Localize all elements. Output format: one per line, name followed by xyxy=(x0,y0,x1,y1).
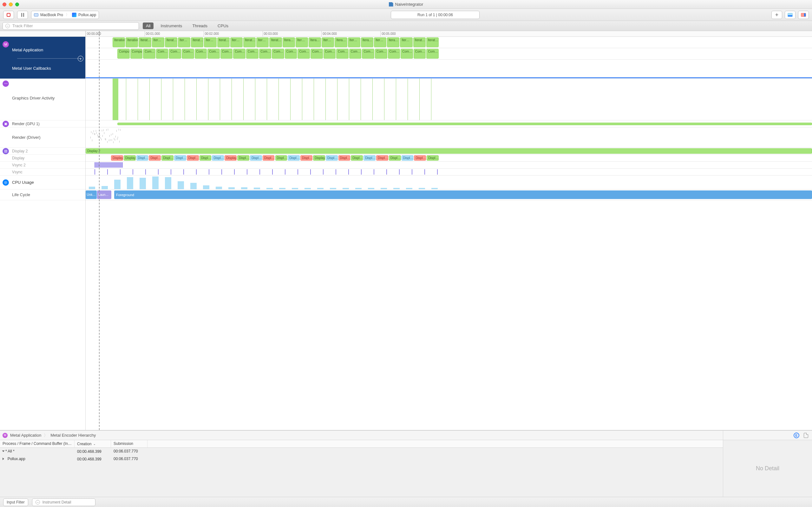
timeline-segment[interactable]: Itera… xyxy=(283,38,295,47)
timeline-segment[interactable]: Com… xyxy=(298,49,310,59)
timeline-segment[interactable]: Displ… xyxy=(389,155,401,161)
detail-breadcrumb[interactable]: M Metal Application 〉 Metal Encoder Hier… xyxy=(0,431,723,440)
zoom-icon[interactable] xyxy=(15,3,19,6)
table-row[interactable]: * All *00:00.468.39900:06.037.770 xyxy=(0,448,723,455)
timeline-segment[interactable]: Display xyxy=(111,155,123,161)
sidebar-cpu[interactable]: ◎ CPU Usage xyxy=(0,176,85,189)
timeline-segment[interactable]: Display xyxy=(224,155,237,161)
timeline-segment[interactable]: Iterat… xyxy=(413,38,426,47)
sidebar-render-gpu[interactable]: ▣ Render (GPU 1) xyxy=(0,120,85,127)
timeline-segment[interactable]: Displ… xyxy=(351,155,363,161)
timeline-segment[interactable]: Com… xyxy=(156,49,168,59)
add-subtrack-button[interactable]: + xyxy=(78,56,84,61)
sidebar-display2[interactable]: ▧ Display 2 xyxy=(0,148,85,155)
sidebar-life-cycle[interactable]: Life Cycle xyxy=(0,189,85,200)
sidebar-display[interactable]: Display xyxy=(0,155,85,162)
timeline-segment[interactable]: Com… xyxy=(195,49,207,59)
timeline-segment[interactable]: Com… xyxy=(285,49,297,59)
timeline-segment[interactable]: Compute Com… xyxy=(131,49,143,59)
timeline-segment[interactable]: Displ… xyxy=(250,155,262,161)
doc-icon[interactable] xyxy=(804,433,808,438)
timeline-segment[interactable]: Com… xyxy=(220,49,233,59)
playhead[interactable] xyxy=(99,31,100,430)
timeline-segment[interactable]: Iterat… xyxy=(191,38,203,47)
timeline-segment[interactable]: Iteration: 5 (P… xyxy=(125,38,138,47)
target-selector[interactable]: MacBook Pro 〉 Pollux.app xyxy=(31,11,99,19)
minimize-icon[interactable] xyxy=(9,3,13,6)
table-header[interactable]: Process / Frame / Command Buffer (In… Cr… xyxy=(0,440,723,448)
toggle-bottom-panel-button[interactable] xyxy=(785,11,796,19)
timeline-segment[interactable]: Displ… xyxy=(212,155,224,161)
timeline-segment[interactable]: Com… xyxy=(143,49,155,59)
add-instrument-button[interactable]: + xyxy=(771,11,782,19)
scope-cpus[interactable]: CPUs xyxy=(214,22,232,29)
timeline-segment[interactable]: Com… xyxy=(259,49,271,59)
timeline-segment[interactable]: Com… xyxy=(401,49,413,59)
timeline-segment[interactable]: Iter… xyxy=(296,38,308,47)
timeline-segment[interactable]: Com… xyxy=(426,49,439,59)
timeline-segment[interactable]: Com… xyxy=(310,49,323,59)
timeline-segment[interactable]: Displ… xyxy=(263,155,275,161)
timeline-segment[interactable]: Iter… xyxy=(178,38,190,47)
timeline-segment[interactable]: Com… xyxy=(207,49,220,59)
timeline-segment[interactable]: Itera… xyxy=(309,38,321,47)
timeline-segment[interactable]: Iterat… xyxy=(426,38,439,47)
timeline-segment[interactable]: Displ… xyxy=(187,155,199,161)
pause-button[interactable] xyxy=(17,11,28,19)
scope-instruments[interactable]: Instruments xyxy=(157,22,185,29)
close-icon[interactable] xyxy=(3,3,6,6)
timeline-segment[interactable]: Com… xyxy=(272,49,284,59)
track-filter-input[interactable]: Track Filter xyxy=(3,22,139,30)
timeline-segment[interactable]: Displ… xyxy=(339,155,351,161)
instrument-detail-filter[interactable]: Instrument Detail xyxy=(32,498,96,506)
timeline-segment[interactable]: Com… xyxy=(388,49,400,59)
timeline-segment[interactable]: Com… xyxy=(349,49,362,59)
timeline-segment[interactable]: Com… xyxy=(169,49,181,59)
timeline-tracks[interactable]: 00:00.00000:01.00000:02.00000:03.00000:0… xyxy=(86,31,812,430)
timeline-segment[interactable]: Compute Co… xyxy=(117,49,130,59)
timeline-segment[interactable]: Iteration: 4 (… xyxy=(113,38,125,47)
sidebar-vsync[interactable]: Vsync xyxy=(0,169,85,176)
timeline-segment[interactable]: Itera… xyxy=(335,38,347,47)
timeline-segment[interactable]: Displ… xyxy=(326,155,338,161)
sidebar-render-driver[interactable]: Render (Driver) xyxy=(0,127,85,148)
timeline-segment[interactable]: Displ… xyxy=(275,155,287,161)
timeline-segment[interactable]: Displ… xyxy=(300,155,312,161)
timeline-segment[interactable]: Iterat… xyxy=(165,38,177,47)
timeline-segment[interactable]: Displ… xyxy=(402,155,414,161)
table-row[interactable]: Pollux.app00:00.468.39900:06.037.770 xyxy=(0,455,723,463)
timeline-segment[interactable]: Display xyxy=(313,155,325,161)
timeline-segment[interactable]: Display xyxy=(124,155,136,161)
timeline-segment[interactable]: Iter… xyxy=(322,38,334,47)
timeline-segment[interactable]: Iterat… xyxy=(217,38,230,47)
timeline-ruler[interactable]: 00:00.00000:01.00000:02.00000:03.00000:0… xyxy=(86,31,812,37)
record-button[interactable] xyxy=(3,11,14,19)
extended-detail-icon[interactable]: E xyxy=(794,433,799,438)
timeline-segment[interactable]: Com… xyxy=(233,49,246,59)
timeline-segment[interactable]: Iterat… xyxy=(243,38,256,47)
timeline-segment[interactable]: Iter… xyxy=(230,38,243,47)
input-filter-button[interactable]: Input Filter xyxy=(3,498,28,506)
timeline-segment[interactable]: Iter… xyxy=(204,38,216,47)
col-process[interactable]: Process / Frame / Command Buffer (In… xyxy=(0,440,74,447)
timeline-segment[interactable]: Com… xyxy=(362,49,374,59)
timeline-segment[interactable]: Displ… xyxy=(136,155,148,161)
sidebar-vsync2[interactable]: Vsync 2 xyxy=(0,162,85,169)
timeline-segment[interactable]: Com… xyxy=(375,49,387,59)
timeline-segment[interactable]: Com… xyxy=(182,49,194,59)
timeline-segment[interactable]: Displ… xyxy=(288,155,300,161)
timeline-segment[interactable]: Com… xyxy=(323,49,336,59)
run-status[interactable]: Run 1 of 1 | 00:00:06 xyxy=(391,11,479,19)
timeline-segment[interactable]: Displ… xyxy=(426,155,439,161)
scope-all[interactable]: All xyxy=(143,22,154,29)
timeline-segment[interactable]: Iter… xyxy=(400,38,412,47)
timeline-segment[interactable]: Displ… xyxy=(237,155,249,161)
timeline-segment[interactable]: Iter… xyxy=(348,38,360,47)
timeline-segment[interactable]: Displ… xyxy=(149,155,161,161)
timeline-segment[interactable]: Displ… xyxy=(363,155,375,161)
col-creation[interactable]: Creation⌄ xyxy=(74,440,111,447)
timeline-segment[interactable]: Itera… xyxy=(387,38,399,47)
timeline-segment[interactable]: Itera… xyxy=(361,38,373,47)
timeline-segment[interactable]: Displ… xyxy=(376,155,388,161)
timeline-segment[interactable]: Com… xyxy=(336,49,349,59)
